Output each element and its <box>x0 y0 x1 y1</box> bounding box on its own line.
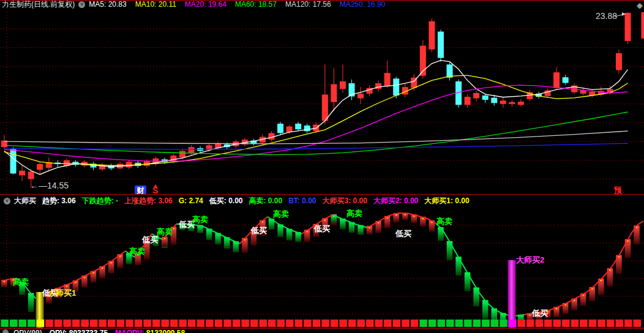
strip-square <box>1 320 9 327</box>
ma-legend-item: MA20: 19.64 <box>185 0 227 9</box>
strip-square <box>473 320 481 327</box>
strip-square <box>580 320 588 327</box>
strip-square <box>589 320 597 327</box>
indicator-item: 大师买3: 0.00 <box>323 196 367 205</box>
status-circle-icon <box>2 329 9 333</box>
ma-legend-item-value: 18.57 <box>258 0 277 9</box>
signal-label: 高卖 <box>436 217 452 226</box>
strip-square <box>295 320 303 327</box>
status-item: MAOPV: 8133099.58 <box>115 329 185 333</box>
strip-square <box>348 320 356 327</box>
indicator-header: ˅ 大师买 趋势: 3.06下跌趋势: -上涨趋势: 3.06G: 2.74低买… <box>0 195 644 207</box>
strip-square <box>607 320 615 327</box>
strip-square <box>197 320 205 327</box>
signal-label: 低买 <box>313 224 330 233</box>
strip-square <box>393 320 401 327</box>
indicator-item: 大师买2: 0.00 <box>373 196 418 205</box>
main-candlestick-chart[interactable]: 23.88←―14.55财S预 <box>0 9 644 195</box>
indicator-item-value: 0.00 <box>404 196 418 205</box>
event-bars[interactable] <box>36 260 516 328</box>
indicator-item-value: 0.00 <box>353 196 367 205</box>
indicator-item: 大师买1: 0.00 <box>424 196 469 205</box>
low-label: ←―14.55 <box>30 181 69 190</box>
strip-square <box>215 320 223 327</box>
ma-legend-item: MA250: 16.90 <box>340 0 386 9</box>
status-item: OPV: 8033733.75 <box>50 329 108 333</box>
strip-square <box>536 320 544 327</box>
high-label: 23.88 <box>596 11 617 21</box>
strip-square <box>108 320 116 327</box>
indicator-values: 趋势: 3.06下跌趋势: -上涨趋势: 3.06G: 2.74低买: 0.00… <box>42 196 476 206</box>
strip-square <box>544 320 552 327</box>
signal-label: 高卖 <box>273 209 289 219</box>
signal-label: 大师买2 <box>516 255 544 264</box>
signal-label: 大师买1 <box>48 288 76 297</box>
strip-square <box>223 320 231 327</box>
strip-square <box>482 320 490 327</box>
strip-square <box>419 320 427 327</box>
strip-square <box>411 320 419 327</box>
strip-square <box>304 320 312 327</box>
title-bar: 力生制药(日线.前复权) ˅ MA5: 20.83MA10: 20.11MA20… <box>0 1 644 9</box>
strip-square <box>268 320 276 327</box>
signal-label: 低买 <box>141 235 158 244</box>
strip-square <box>331 320 339 327</box>
strip-square <box>491 320 499 327</box>
strip-square <box>339 320 347 327</box>
strip-square <box>455 320 463 327</box>
strip-square <box>437 320 445 327</box>
ma-legend: MA5: 20.83MA10: 20.11MA20: 19.64MA60: 18… <box>89 1 394 9</box>
chevron-down-circle-icon[interactable]: ˅ <box>78 1 85 8</box>
cai-badge[interactable]: 财 <box>137 186 144 195</box>
yu-marker[interactable]: 预 <box>613 185 622 195</box>
indicator-name: 大师买 <box>14 196 36 206</box>
signal-label: 高卖 <box>192 215 208 224</box>
strip-square <box>384 320 392 327</box>
ma-legend-item: MA10: 20.11 <box>135 0 176 9</box>
indicator-item-value: 0.00 <box>228 196 242 205</box>
strip-square <box>562 320 570 327</box>
strip-square <box>321 320 329 327</box>
signal-label: 高卖 <box>346 209 362 218</box>
strip-square <box>500 320 507 327</box>
indicator-item-value: 0.00 <box>268 196 282 205</box>
strip-square <box>90 320 98 327</box>
strip-square <box>446 320 454 327</box>
ma-legend-item-value: 16.90 <box>367 0 385 9</box>
strip-square <box>597 320 605 327</box>
strip-square <box>509 320 517 327</box>
status-bar: OPV(99)OPV: 8033733.75MAOPV: 8133099.58 <box>0 328 644 333</box>
signal-label: 高卖 <box>157 227 173 236</box>
indicator-ribbon-chart[interactable]: 高卖低买大师买1高卖低买高卖低买高卖低买高卖低买高卖低买高卖大师买2低买 <box>0 207 644 328</box>
candles[interactable] <box>1 12 631 187</box>
strip-square <box>28 320 36 327</box>
ma-lines <box>4 61 628 174</box>
indicator-item: 低买: 0.00 <box>209 196 243 205</box>
ma-legend-item: MA120: 17.56 <box>285 0 331 9</box>
indicator-item-value: 0.00 <box>302 196 316 205</box>
strip-square <box>277 320 285 327</box>
status-item-value: 8133099.58 <box>146 329 185 333</box>
indicator-item: 高卖: 0.00 <box>249 196 282 205</box>
chevron-down-circle-icon[interactable]: ˅ <box>4 198 10 204</box>
strip-square <box>54 320 62 327</box>
strip-square <box>402 320 410 327</box>
indicator-item: 趋势: 3.06 <box>42 196 76 205</box>
strip-square <box>117 320 125 327</box>
strip-square <box>286 320 294 327</box>
ma-legend-item: MA5: 20.83 <box>89 0 126 9</box>
strip-square <box>259 320 267 327</box>
status-item: OPV(99) <box>13 329 42 333</box>
strip-square <box>152 320 160 327</box>
strip-square <box>125 320 133 327</box>
signal-label: 低买 <box>395 229 411 238</box>
event-bar-大师买2[interactable] <box>508 260 516 328</box>
signal-label: 低买 <box>250 226 267 235</box>
strip-square <box>135 320 143 327</box>
stock-title: 力生制药(日线.前复权) <box>2 1 75 9</box>
main-chart-area[interactable]: 23.88←―14.55财S预 <box>0 9 644 195</box>
strip-square <box>366 320 374 327</box>
main-overlay-icons[interactable]: 财S预 <box>135 184 622 195</box>
strip-square <box>19 320 26 327</box>
indicator-chart-area[interactable]: 高卖低买大师买1高卖低买高卖低买高卖低买高卖低买高卖低买高卖大师买2低买 <box>0 207 644 328</box>
